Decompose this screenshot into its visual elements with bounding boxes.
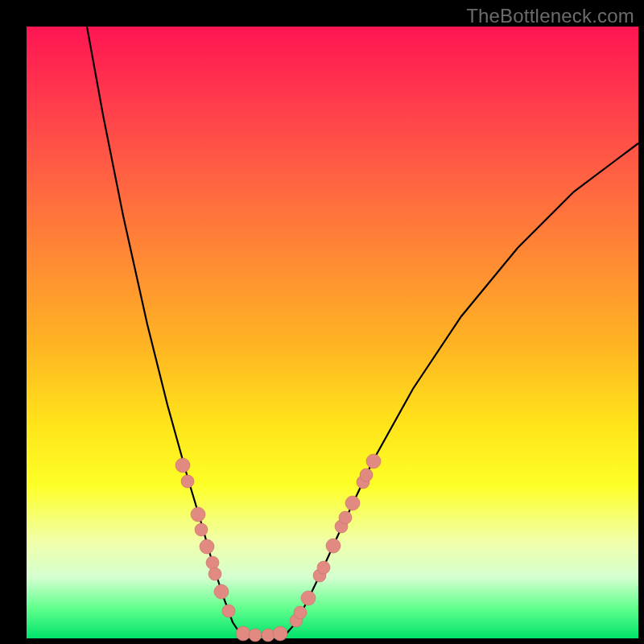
- data-marker: [195, 523, 208, 536]
- watermark-text: TheBottleneck.com: [466, 5, 634, 27]
- chart-frame: TheBottleneck.com: [0, 0, 644, 644]
- data-marker: [214, 584, 229, 599]
- curve-left-branch: [87, 27, 241, 634]
- data-marker: [222, 605, 235, 617]
- data-marker: [345, 496, 360, 510]
- data-marker: [317, 561, 330, 574]
- chart-svg: [27, 27, 638, 638]
- data-marker: [181, 475, 194, 488]
- data-marker: [326, 539, 341, 553]
- data-marker: [273, 626, 287, 641]
- data-marker: [301, 591, 316, 605]
- plot-area: [27, 27, 638, 638]
- data-marker: [294, 606, 307, 619]
- data-marker: [236, 626, 250, 641]
- data-marker: [175, 458, 190, 473]
- data-marker: [366, 454, 381, 469]
- data-marker: [206, 556, 219, 569]
- data-marker: [249, 629, 262, 642]
- marker-group: [175, 454, 381, 642]
- data-marker: [360, 469, 373, 481]
- data-marker: [191, 507, 205, 522]
- data-marker: [200, 539, 214, 554]
- curve-right-branch: [286, 143, 638, 634]
- data-marker: [339, 511, 352, 524]
- data-marker: [208, 568, 221, 580]
- data-marker: [262, 629, 275, 642]
